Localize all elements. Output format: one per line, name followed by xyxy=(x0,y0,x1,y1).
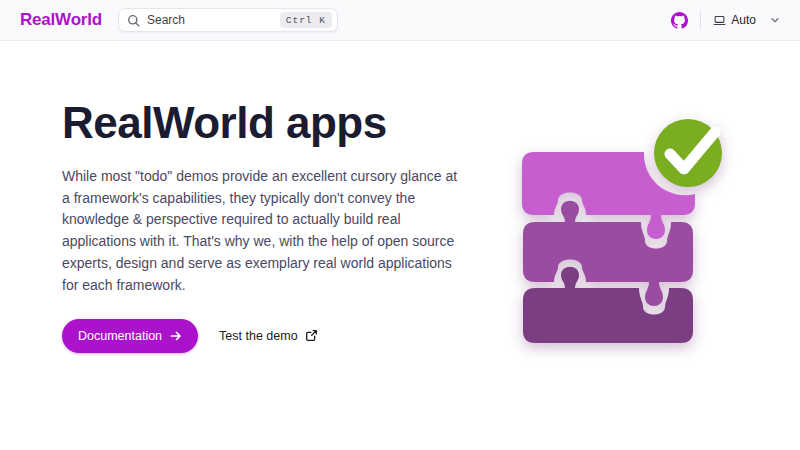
search-placeholder: Search xyxy=(147,13,185,27)
documentation-button[interactable]: Documentation xyxy=(62,319,198,353)
hero-description: While most "todo" demos provide an excel… xyxy=(62,166,462,297)
theme-toggle-label: Auto xyxy=(731,13,756,27)
search-input[interactable]: Search Ctrl K xyxy=(118,8,338,32)
header-divider xyxy=(700,12,701,28)
hero-section: RealWorld apps While most "todo" demos p… xyxy=(0,41,800,354)
external-link-icon xyxy=(305,329,318,342)
search-icon xyxy=(127,14,140,27)
site-logo[interactable]: RealWorld xyxy=(20,10,102,30)
search-shortcut-badge: Ctrl K xyxy=(280,12,332,28)
page-title: RealWorld apps xyxy=(62,97,492,150)
hero-actions: Documentation Test the demo xyxy=(62,319,492,353)
chevron-down-icon xyxy=(770,15,780,25)
test-demo-link-label: Test the demo xyxy=(219,329,298,343)
documentation-button-label: Documentation xyxy=(78,329,162,343)
hero-text-column: RealWorld apps While most "todo" demos p… xyxy=(62,97,492,354)
arrow-right-icon xyxy=(170,330,182,342)
github-icon xyxy=(671,12,688,29)
laptop-icon xyxy=(713,14,726,27)
header-actions: Auto xyxy=(671,12,780,29)
github-link[interactable] xyxy=(671,12,688,29)
header: RealWorld Search Ctrl K Auto xyxy=(0,0,800,41)
puzzle-illustration xyxy=(518,110,723,354)
test-demo-link[interactable]: Test the demo xyxy=(219,329,318,343)
theme-toggle[interactable]: Auto xyxy=(713,13,780,27)
